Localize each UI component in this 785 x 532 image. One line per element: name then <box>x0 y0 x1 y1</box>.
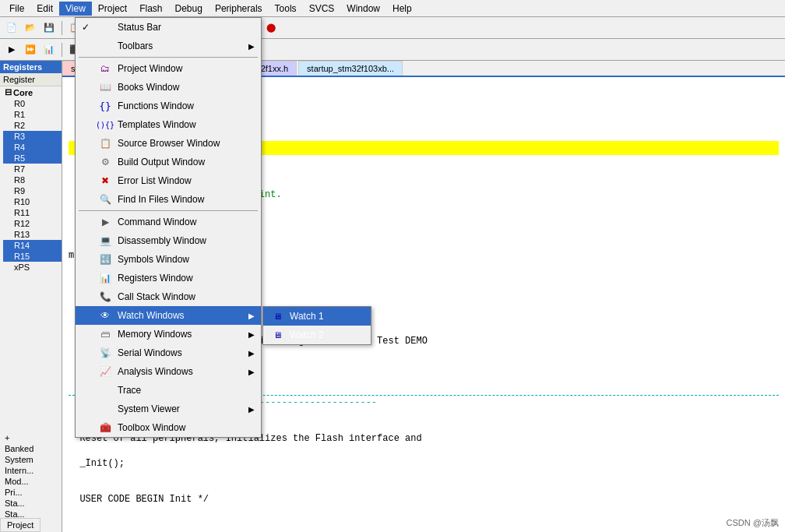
new-file-btn[interactable]: 📄 <box>3 19 20 37</box>
symbols-label: Symbols Window <box>118 254 255 265</box>
reg-R14[interactable]: R14 <box>3 240 62 251</box>
command-window-icon: ▶ <box>97 216 113 228</box>
menu-window[interactable]: Window <box>340 2 386 16</box>
reg-R15[interactable]: R15 <box>3 251 62 262</box>
reg-R8[interactable]: R8 <box>3 174 62 185</box>
menu-peripherals[interactable]: Peripherals <box>209 2 269 16</box>
menu-books-window[interactable]: 📖 Books Window <box>76 78 261 97</box>
memory-windows-label: Memory Windows <box>118 329 242 340</box>
reg-R9[interactable]: R9 <box>3 185 62 196</box>
command-window-label: Command Window <box>118 217 255 227</box>
menu-view[interactable]: View <box>59 2 92 16</box>
status-bar-label: Status Bar <box>118 22 255 33</box>
menu-flash[interactable]: Flash <box>133 2 168 16</box>
menu-help[interactable]: Help <box>386 2 418 16</box>
registers-tree: ⊟ Core R0 R1 R2 R3 R4 R5 R7 R8 R9 R10 R1… <box>0 86 62 431</box>
reg-R12[interactable]: R12 <box>3 218 62 229</box>
reg-R2[interactable]: R2 <box>3 120 62 131</box>
call-stack-icon: 📞 <box>97 291 113 303</box>
menu-project[interactable]: Project <box>92 2 133 16</box>
menu-bar: File Edit View Project Flash Debug Perip… <box>0 0 785 17</box>
system-viewer-icon <box>97 403 113 415</box>
watch-submenu[interactable]: 🖥 Watch 1 🖥 Watch 2 <box>262 306 371 345</box>
build-output-icon: ⚙ <box>97 156 113 168</box>
menu-trace[interactable]: Trace <box>76 381 261 400</box>
menu-call-stack-window[interactable]: 📞 Call Stack Window <box>76 287 261 306</box>
reg-system[interactable]: System <box>3 454 58 465</box>
source-browser-icon: 📋 <box>97 137 113 150</box>
menu-watch-windows[interactable]: 👁 Watch Windows ▶ 🖥 Watch 1 🖥 Watch 2 <box>76 306 261 325</box>
menu-disassembly-window[interactable]: 💻 Disassembly Window <box>76 231 261 250</box>
menu-find-files-window[interactable]: 🔍 Find In Files Window <box>76 190 261 209</box>
error-list-icon: ✖ <box>97 174 113 187</box>
functions-window-label: Functions Window <box>118 100 255 111</box>
save-btn[interactable]: 💾 <box>40 19 58 37</box>
reg-plus[interactable]: + <box>3 432 58 443</box>
analysis-windows-label: Analysis Windows <box>118 366 242 377</box>
registers-icon: 📊 <box>97 272 113 284</box>
menu-serial-windows[interactable]: 📡 Serial Windows ▶ <box>76 344 261 362</box>
collapse-icon[interactable]: ⊟ <box>5 87 12 97</box>
open-btn[interactable]: 📂 <box>22 19 39 37</box>
toolbars-label: Toolbars <box>118 41 242 51</box>
t2-btn3[interactable]: 📊 <box>40 41 58 58</box>
menu-error-list-window[interactable]: ✖ Error List Window <box>76 171 261 190</box>
menu-system-viewer[interactable]: System Viewer ▶ <box>76 400 261 418</box>
dbg-btn[interactable]: ⬤ <box>262 19 280 37</box>
reg-R5[interactable]: R5 <box>3 153 62 164</box>
reg-intern[interactable]: Intern... <box>3 465 58 476</box>
code-line-21: USER CODE BEGIN Init */ <box>69 492 779 506</box>
menu-symbols-window[interactable]: 🔣 Symbols Window <box>76 250 261 269</box>
watch2-item[interactable]: 🖥 Watch 2 <box>263 326 371 344</box>
watch2-label: Watch 2 <box>290 329 324 340</box>
view-dropdown[interactable]: ✓ Status Bar Toolbars ▶ 🗂 Project Window… <box>75 17 262 438</box>
menu-toolbars[interactable]: Toolbars ▶ <box>76 37 261 55</box>
reg-R4[interactable]: R4 <box>3 142 62 153</box>
menu-source-browser-window[interactable]: 📋 Source Browser Window <box>76 134 261 153</box>
menu-svcs[interactable]: SVCS <box>303 2 341 16</box>
registers-title: Registers <box>0 61 62 73</box>
reg-R0[interactable]: R0 <box>3 98 62 109</box>
watch1-icon: 🖥 <box>269 310 285 322</box>
reg-mod[interactable]: Mod... <box>3 476 58 487</box>
reg-R7[interactable]: R7 <box>3 164 62 174</box>
t2-btn2[interactable]: ⏩ <box>22 41 39 58</box>
templates-window-icon: (){} <box>97 118 113 131</box>
registers-bottom: + Banked System Intern... Mod... Pri... … <box>0 431 62 532</box>
reg-banked[interactable]: Banked <box>3 443 58 454</box>
reg-xPS[interactable]: xPS <box>3 262 62 273</box>
menu-command-window[interactable]: ▶ Command Window <box>76 213 261 231</box>
menu-debug[interactable]: Debug <box>169 2 209 16</box>
check-icon: ✓ <box>82 22 94 33</box>
reg-pri[interactable]: Pri... <box>3 487 58 498</box>
menu-memory-windows[interactable]: 🗃 Memory Windows ▶ <box>76 325 261 344</box>
reg-sta1[interactable]: Sta... <box>3 498 58 509</box>
system-viewer-arrow: ▶ <box>248 405 255 414</box>
project-tab[interactable]: Project <box>0 518 40 532</box>
menu-toolbox-window[interactable]: 🧰 Toolbox Window <box>76 418 261 437</box>
core-label: Core <box>13 88 33 97</box>
menu-status-bar[interactable]: ✓ Status Bar <box>76 18 261 37</box>
menu-tools[interactable]: Tools <box>269 2 303 16</box>
reg-R3[interactable]: R3 <box>3 131 62 142</box>
menu-registers-window[interactable]: 📊 Registers Window <box>76 269 261 287</box>
reg-R1[interactable]: R1 <box>3 109 62 120</box>
menu-project-window[interactable]: 🗂 Project Window <box>76 59 261 78</box>
menu-edit[interactable]: Edit <box>30 2 59 16</box>
reg-R10[interactable]: R10 <box>3 196 62 207</box>
toolbox-window-label: Toolbox Window <box>118 422 255 433</box>
menu-functions-window[interactable]: {} Functions Window <box>76 97 261 115</box>
menu-build-output-window[interactable]: ⚙ Build Output Window <box>76 153 261 171</box>
menu-templates-window[interactable]: (){} Templates Window <box>76 115 261 134</box>
t2-btn1[interactable]: ▶ <box>3 41 20 58</box>
toolbars-arrow: ▶ <box>248 42 255 51</box>
reg-R11[interactable]: R11 <box>3 207 62 218</box>
menu-file[interactable]: File <box>3 2 30 16</box>
tab-startup[interactable]: startup_stm32f103xb... <box>298 61 403 76</box>
toolbars-icon <box>97 40 113 52</box>
trace-icon <box>97 384 113 396</box>
reg-R13[interactable]: R13 <box>3 229 62 240</box>
watch1-label: Watch 1 <box>290 311 324 322</box>
menu-analysis-windows[interactable]: 📈 Analysis Windows ▶ <box>76 362 261 381</box>
watch1-item[interactable]: 🖥 Watch 1 <box>263 307 371 326</box>
